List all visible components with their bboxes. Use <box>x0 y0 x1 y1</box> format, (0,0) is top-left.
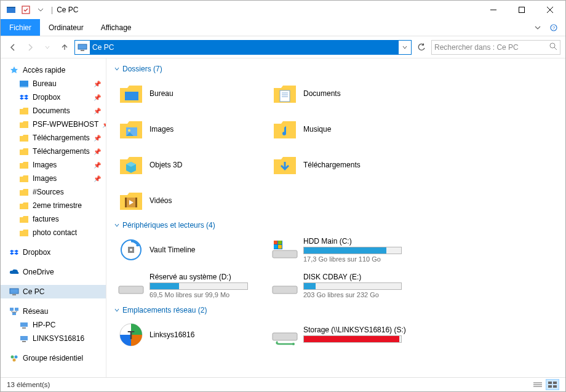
desktop-folder-icon <box>118 80 145 107</box>
media-device-icon: T <box>118 321 145 348</box>
group-header-folders[interactable]: Dossiers (7) <box>114 62 558 76</box>
sidebar-item[interactable]: LINKSYS16816 <box>1 332 106 345</box>
sidebar-item[interactable]: Documents📌 <box>1 104 106 118</box>
svg-rect-22 <box>20 336 28 340</box>
back-button[interactable] <box>6 40 20 55</box>
svg-rect-42 <box>274 241 277 244</box>
tile-label: Téléchargements <box>303 161 418 169</box>
properties-icon[interactable] <box>19 3 33 17</box>
titlebar: | Ce PC <box>1 1 565 19</box>
tile-label: HDD Main (C:) <box>303 237 418 246</box>
folder-tile[interactable]: Objets 3D <box>114 147 268 183</box>
sidebar-item[interactable]: PSF-WPWEBHOST📌 <box>1 118 106 131</box>
svg-point-26 <box>13 359 16 362</box>
tile-label: Linksys16816 <box>149 330 264 339</box>
homegroup-root[interactable]: Groupe résidentiel <box>1 351 106 365</box>
folder-icon <box>19 228 29 238</box>
drive-tile[interactable]: DISK CDBAY (E:)203 Go libres sur 232 Go <box>268 268 421 303</box>
folder-icon <box>19 201 29 210</box>
system-menu-icon[interactable] <box>4 3 18 17</box>
svg-rect-28 <box>280 90 290 102</box>
address-input[interactable] <box>90 41 399 54</box>
status-bar: 13 élément(s) <box>1 377 565 391</box>
close-button[interactable] <box>536 1 564 19</box>
drive-tile[interactable]: Réservé au système (D:)69,5 Mo libres su… <box>114 268 268 303</box>
computer-icon <box>19 334 29 343</box>
tab-view[interactable]: Affichage <box>92 19 140 36</box>
svg-text:T: T <box>128 329 135 342</box>
tree-label: photo contact <box>33 228 77 237</box>
minimize-button[interactable] <box>479 1 508 19</box>
search-box[interactable] <box>431 40 560 55</box>
ribbon: Fichier Ordinateur Affichage ? <box>1 19 565 36</box>
device-tile[interactable]: Vault Timeline <box>114 232 268 268</box>
navigation-pane: Accès rapide Bureau📌 Dropbox📌 Documents📌… <box>1 58 106 377</box>
sidebar-item[interactable]: Images📌 <box>1 172 106 185</box>
drive-icon <box>271 272 298 299</box>
search-input[interactable] <box>434 43 549 52</box>
onedrive-icon <box>9 267 19 277</box>
folder-icon <box>19 174 29 183</box>
tree-label: Dropbox <box>23 248 50 257</box>
refresh-button[interactable] <box>414 40 429 55</box>
tiles-view-button[interactable] <box>546 379 559 390</box>
tree-label: Ce PC <box>23 287 44 296</box>
folder-tile[interactable]: Images <box>114 111 268 147</box>
ribbon-expand-icon[interactable] <box>531 21 544 34</box>
sidebar-item[interactable]: #Sources <box>1 185 106 199</box>
qat-dropdown-icon[interactable] <box>34 3 47 17</box>
title-separator: | <box>51 6 53 14</box>
svg-point-51 <box>292 343 295 345</box>
downloads-folder-icon <box>271 151 298 178</box>
group-header-devices[interactable]: Périphériques et lecteurs (4) <box>114 218 558 232</box>
help-icon[interactable]: ? <box>547 21 560 34</box>
folder-tile[interactable]: Téléchargements <box>268 147 421 183</box>
up-button[interactable] <box>57 40 72 55</box>
address-bar[interactable] <box>74 40 412 55</box>
folder-tile[interactable]: Documents <box>268 76 421 111</box>
drive-tile[interactable]: HDD Main (C:)17,3 Go libres sur 110 Go <box>268 232 421 268</box>
tile-sublabel: 203 Go libres sur 232 Go <box>303 291 418 298</box>
tile-label: DISK CDBAY (E:) <box>303 273 418 281</box>
details-view-button[interactable] <box>531 379 544 390</box>
svg-rect-23 <box>22 341 26 342</box>
tree-label: Téléchargements <box>33 147 90 156</box>
pin-icon: 📌 <box>102 121 106 128</box>
sidebar-item[interactable]: HP-PC <box>1 318 106 332</box>
svg-rect-50 <box>273 333 297 340</box>
svg-rect-18 <box>15 308 18 311</box>
capacity-gauge <box>303 247 402 254</box>
window-controls <box>479 1 564 19</box>
onedrive-root[interactable]: OneDrive <box>1 265 106 279</box>
folder-tile[interactable]: Musique <box>268 111 421 147</box>
group-label: Emplacements réseau (2) <box>122 306 207 314</box>
folder-tile[interactable]: Bureau <box>114 76 268 111</box>
tile-sublabel: 69,5 Mo libres sur 99,9 Mo <box>149 291 264 298</box>
sidebar-item[interactable]: Dropbox📌 <box>1 90 106 104</box>
pin-icon: 📌 <box>94 94 101 101</box>
network-root[interactable]: Réseau <box>1 305 106 318</box>
maximize-button[interactable] <box>508 1 536 19</box>
sidebar-item[interactable]: Téléchargements📌 <box>1 145 106 158</box>
sidebar-item[interactable]: Bureau📌 <box>1 77 106 90</box>
folder-icon <box>19 160 29 170</box>
address-dropdown-icon[interactable] <box>399 41 411 54</box>
quick-access-root[interactable]: Accès rapide <box>1 63 106 77</box>
sidebar-item[interactable]: Images📌 <box>1 158 106 172</box>
recent-dropdown-icon[interactable] <box>40 40 55 55</box>
network-drive-tile[interactable]: Storage (\\LINKSYS16816) (S:) <box>268 317 421 353</box>
tab-computer[interactable]: Ordinateur <box>40 19 92 36</box>
this-pc-root[interactable]: Ce PC <box>1 285 106 298</box>
sidebar-item[interactable]: 2eme trimestre <box>1 199 106 212</box>
tab-file[interactable]: Fichier <box>1 19 40 36</box>
group-header-network[interactable]: Emplacements réseau (2) <box>114 303 558 317</box>
network-tile[interactable]: TLinksys16816 <box>114 317 268 353</box>
dropbox-root[interactable]: Dropbox <box>1 246 106 259</box>
sidebar-item[interactable]: photo contact <box>1 226 106 239</box>
forward-button[interactable] <box>23 40 38 55</box>
tile-label: Réservé au système (D:) <box>149 273 264 281</box>
sidebar-item[interactable]: factures <box>1 212 106 226</box>
folder-tile[interactable]: Vidéos <box>114 183 268 218</box>
sidebar-item[interactable]: Téléchargements📌 <box>1 131 106 145</box>
svg-rect-58 <box>553 385 557 388</box>
